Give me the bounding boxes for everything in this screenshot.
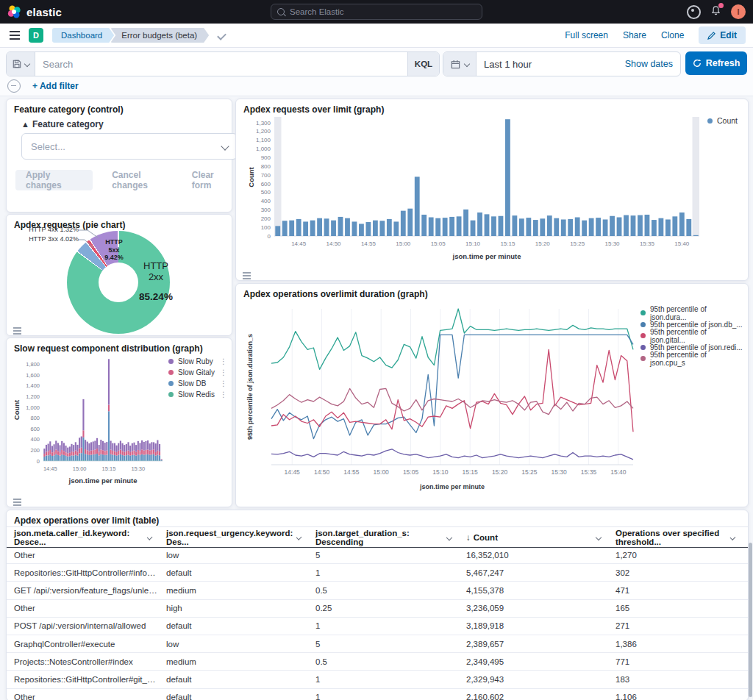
svg-text:json.time per minute: json.time per minute <box>452 252 521 260</box>
table-cell: 2,349,495 <box>459 657 608 666</box>
refresh-icon <box>693 59 702 68</box>
panel-legend-toggle-icon[interactable] <box>13 327 21 329</box>
svg-text:15:00: 15:00 <box>396 240 411 247</box>
legend-label: 95th percentile of json.cpu_s <box>650 351 743 367</box>
add-filter-link[interactable]: + Add filter <box>32 81 79 91</box>
table-cell: high <box>159 604 308 612</box>
panel-title[interactable]: Slow request component distribution (gra… <box>14 343 203 354</box>
legend-menu-icon[interactable]: ⋮ <box>220 390 227 399</box>
svg-text:json.time per minute: json.time per minute <box>68 476 138 485</box>
notifications-icon[interactable] <box>710 5 721 19</box>
pencil-icon <box>707 32 715 40</box>
legend-item[interactable]: 95th percentile of json.dura... <box>640 309 743 318</box>
calendar-button[interactable] <box>443 52 477 76</box>
table-cell: POST /api/:version/internal/allowed <box>7 621 159 630</box>
legend-item[interactable]: 95th percentile of json.cpu_s <box>640 354 743 363</box>
table-column-header[interactable]: Operations over specified threshold... <box>608 529 742 546</box>
logo-text: elastic <box>26 6 62 18</box>
svg-text:300: 300 <box>261 207 271 213</box>
line-chart-legend: 95th percentile of json.dura...95th perc… <box>640 309 743 363</box>
search-placeholder: Search <box>43 59 73 70</box>
panel-slow-request-distribution: Slow request component distribution (gra… <box>6 338 232 507</box>
refresh-button[interactable]: Refresh <box>685 51 747 75</box>
table-column-header[interactable]: json.meta.caller_id.keyword: Desce... <box>7 529 159 546</box>
filter-options-icon[interactable] <box>7 79 21 93</box>
legend-menu-icon[interactable]: ⋮ <box>220 357 227 365</box>
table-cell: 1,270 <box>608 551 742 560</box>
svg-text:400: 400 <box>261 198 271 204</box>
global-search-input[interactable]: Search Elastic <box>271 4 482 20</box>
space-badge[interactable]: D <box>29 28 43 43</box>
table-cell: 5 <box>308 551 459 560</box>
table-cell: 302 <box>608 568 742 577</box>
table-cell: 2,160,602 <box>459 693 608 700</box>
svg-text:1,300: 1,300 <box>256 120 271 126</box>
table-row: Repositories::GitHttpController#info_ref… <box>7 564 748 582</box>
kql-badge[interactable]: KQL <box>407 52 439 76</box>
table-column-header[interactable]: ↓Count <box>459 533 608 542</box>
table-row: POST /api/:version/internal/alloweddefau… <box>7 618 748 635</box>
legend-label: 95th percentile of json.gital... <box>650 328 743 344</box>
show-dates-link[interactable]: Show dates <box>625 59 680 69</box>
breadcrumb-dashboard[interactable]: Dashboard <box>52 28 114 43</box>
svg-text:14:45: 14:45 <box>291 240 307 247</box>
menu-icon[interactable] <box>10 31 20 32</box>
table-cell: 271 <box>608 621 742 630</box>
legend-item[interactable]: Slow Redis⋮ <box>168 390 227 399</box>
panel-legend-toggle-icon[interactable] <box>243 272 251 274</box>
user-avatar[interactable]: I <box>731 4 746 19</box>
legend-item[interactable]: 95th percentile of json.gital... <box>640 332 743 340</box>
full-screen-link[interactable]: Full screen <box>565 30 608 40</box>
legend-item[interactable]: Slow DB⋮ <box>168 379 227 388</box>
legend-item[interactable]: Slow Gitaly⋮ <box>168 368 227 376</box>
chevron-down-icon <box>463 61 469 67</box>
panel-title[interactable]: Feature category (control) <box>14 104 124 115</box>
table-cell: low <box>159 551 308 560</box>
time-range-value[interactable]: Last 1 hour <box>477 59 532 70</box>
table-cell: medium <box>159 586 308 595</box>
apply-changes-button[interactable]: Apply changes <box>15 170 93 190</box>
panel-legend-toggle-icon[interactable] <box>13 499 21 500</box>
table-column-header[interactable]: json.target_duration_s: Descending <box>308 529 459 546</box>
saved-query-button[interactable] <box>7 52 35 76</box>
chevron-down-icon <box>596 534 602 540</box>
stacked-bar-chart-canvas: 02004006008001,0001,2001,4001,6001,80014… <box>13 354 168 491</box>
panel-title[interactable]: Apdex operations over limit (table) <box>14 515 159 526</box>
share-link[interactable]: Share <box>623 30 646 40</box>
stacked-chart-legend: Slow Ruby⋮Slow Gitaly⋮Slow DB⋮Slow Redis… <box>168 357 227 399</box>
search-icon <box>277 8 285 15</box>
elastic-logo[interactable]: elastic <box>0 5 69 19</box>
table-column-header[interactable]: json.request_urgency.keyword: Des... <box>159 529 308 546</box>
clear-form-button[interactable]: Clear form <box>192 170 232 190</box>
column-label: json.meta.caller_id.keyword: Desce... <box>14 529 148 546</box>
table-cell: 2,389,657 <box>459 640 608 649</box>
svg-text:14:55: 14:55 <box>361 240 376 247</box>
panel-title[interactable]: Apdex operations overlimit duration (gra… <box>243 289 428 299</box>
table-cell: GET /api/:version/feature_flags/unleash.… <box>7 586 159 595</box>
legend-item[interactable]: Slow Ruby⋮ <box>168 357 227 365</box>
panel-title[interactable]: Apdex requests over limit (graph) <box>243 104 384 115</box>
svg-text:95th percentile of json.durati: 95th percentile of json.duration_s <box>246 334 254 440</box>
cancel-changes-button[interactable]: Cancel changes <box>112 170 173 190</box>
legend-menu-icon[interactable]: ⋮ <box>220 379 227 388</box>
page-scrollbar[interactable] <box>749 543 752 697</box>
table-cell: 2,329,943 <box>459 675 608 684</box>
table-cell: 165 <box>608 604 742 612</box>
table-row: Otherhigh0.253,236,059165 <box>7 600 748 618</box>
table-row: GET /api/:version/feature_flags/unleash.… <box>7 582 748 599</box>
breadcrumb-current[interactable]: Error budgets (beta) <box>110 28 209 43</box>
help-icon[interactable] <box>687 5 701 19</box>
svg-text:15:15: 15:15 <box>500 240 515 247</box>
svg-text:1,000: 1,000 <box>26 404 40 411</box>
search-input[interactable]: Search <box>35 52 407 76</box>
legend-menu-icon[interactable]: ⋮ <box>220 368 227 376</box>
svg-text:1,800: 1,800 <box>26 361 40 368</box>
edit-button[interactable]: Edit <box>699 26 746 44</box>
legend-dot <box>168 359 174 364</box>
table-cell: GraphqlController#execute <box>7 640 159 649</box>
table-row: Otherlow516,352,0101,270 <box>7 546 748 564</box>
panel-apdex-operations-table: Apdex operations over limit (table) json… <box>6 510 749 700</box>
clone-link[interactable]: Clone <box>661 30 684 40</box>
svg-text:15:05: 15:05 <box>403 468 419 476</box>
feature-category-select[interactable]: Select... <box>21 133 238 160</box>
